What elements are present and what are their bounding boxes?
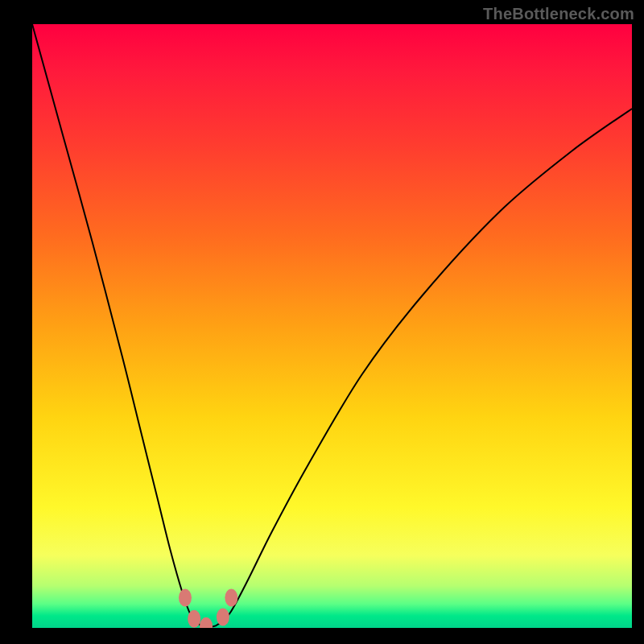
curve-layer [32, 24, 632, 628]
curve-knot [179, 589, 192, 607]
curve-knot [188, 610, 200, 628]
plot-area [32, 24, 632, 628]
chart-frame: TheBottleneck.com [0, 0, 644, 644]
bottleneck-curve [32, 24, 632, 627]
curve-knot [217, 609, 229, 626]
watermark-text: TheBottleneck.com [483, 5, 634, 23]
curve-knot [200, 617, 213, 628]
curve-knot [225, 589, 237, 607]
